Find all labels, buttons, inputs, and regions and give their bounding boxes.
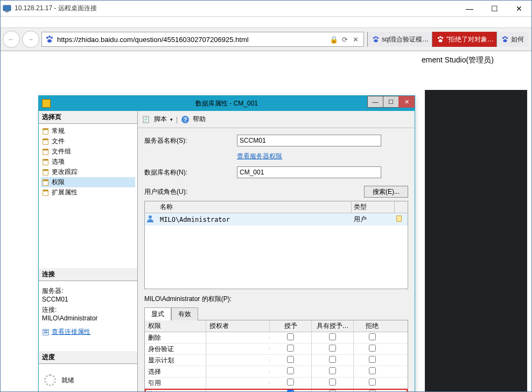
- svg-point-3: [51, 37, 53, 39]
- browser-tab[interactable]: 如何: [496, 32, 528, 47]
- withgrant-checkbox[interactable]: [329, 390, 336, 391]
- rdp-titlebar[interactable]: 10.128.21.17 - 远程桌面连接 — ☐ ✕: [1, 1, 531, 17]
- rdp-title: 10.128.21.17 - 远程桌面连接: [15, 4, 97, 13]
- grant-checkbox[interactable]: [287, 379, 294, 386]
- svg-point-17: [503, 39, 507, 42]
- permission-row[interactable]: 执行: [145, 389, 408, 391]
- svg-point-16: [504, 36, 506, 38]
- browser-toolbar: ← → https://zhidao.baidu.com/question/45…: [1, 17, 531, 51]
- database-icon: [42, 99, 51, 108]
- deny-checkbox[interactable]: [369, 367, 376, 374]
- browser-refresh-button[interactable]: ⟳: [340, 36, 349, 44]
- user-row[interactable]: MILO\Administrator用户: [145, 213, 408, 226]
- svg-point-5: [47, 39, 52, 43]
- browser-back-button[interactable]: ←: [3, 31, 20, 48]
- rdp-maximize-button[interactable]: ☐: [482, 1, 507, 16]
- grant-checkbox[interactable]: [287, 367, 294, 374]
- connection-value: MILO\Administrator: [42, 314, 134, 322]
- dialog-titlebar[interactable]: 数据库属性 - CM_001 — ☐ ✕: [39, 96, 415, 111]
- db-name-field[interactable]: [237, 166, 381, 178]
- dropdown-icon[interactable]: ▾: [170, 117, 173, 122]
- page-icon: [42, 148, 50, 156]
- browser-tab[interactable]: sql混合验证模…: [367, 32, 432, 47]
- page-icon: [42, 138, 50, 145]
- rdp-close-button[interactable]: ✕: [507, 1, 531, 16]
- dialog-toolbar: 脚本 ▾ | ? 帮助: [138, 111, 415, 128]
- paw-icon: [437, 36, 444, 43]
- withgrant-checkbox[interactable]: [329, 345, 336, 352]
- db-properties-dialog: 数据库属性 - CM_001 — ☐ ✕ 选择页 常规文件文件组选项更改跟踪权限…: [38, 95, 415, 391]
- users-roles-label: 用户或角色(U):: [144, 187, 364, 197]
- ssms-query-panel: [425, 90, 527, 391]
- rdp-minimize-button[interactable]: —: [457, 1, 482, 16]
- svg-point-13: [439, 39, 443, 42]
- permission-row[interactable]: 删除: [145, 332, 408, 344]
- deny-checkbox[interactable]: [369, 333, 376, 340]
- edit-icon[interactable]: [396, 215, 403, 222]
- perm-col-deny: 拒绝: [354, 320, 390, 332]
- grant-checkbox[interactable]: [287, 356, 294, 363]
- dialog-close-button[interactable]: ✕: [398, 96, 415, 108]
- svg-point-2: [46, 37, 48, 39]
- grant-checkbox[interactable]: [287, 390, 294, 391]
- svg-point-4: [48, 36, 51, 38]
- tab-explicit[interactable]: 显式: [144, 307, 171, 320]
- permission-row[interactable]: 身份验证: [145, 344, 408, 355]
- search-button[interactable]: 搜索(E)...: [364, 186, 408, 198]
- permission-row[interactable]: 引用: [145, 377, 408, 389]
- svg-text:?: ?: [184, 116, 187, 123]
- withgrant-checkbox[interactable]: [329, 367, 336, 374]
- svg-rect-23: [43, 149, 48, 150]
- svg-point-8: [375, 36, 377, 38]
- help-button[interactable]: 帮助: [193, 115, 206, 124]
- users-grid[interactable]: 名称 类型 MILO\Administrator用户: [144, 201, 408, 289]
- page-tree-item[interactable]: 选项: [41, 157, 135, 167]
- page-tree-item[interactable]: 文件组: [41, 146, 135, 157]
- grant-checkbox[interactable]: [287, 345, 294, 352]
- server-name-field[interactable]: [237, 135, 381, 146]
- deny-checkbox[interactable]: [369, 379, 376, 386]
- permissions-grid[interactable]: 权限 授权者 授予 具有授予… 拒绝 删除身份验证显示计划选择引用执行: [144, 320, 408, 391]
- url-text: https://zhidao.baidu.com/question/455160…: [57, 36, 249, 44]
- baidu-icon: [45, 35, 54, 44]
- users-col-type: 类型: [352, 201, 395, 213]
- spinner-icon: [44, 374, 56, 386]
- paw-icon: [372, 36, 380, 43]
- page-tree-item[interactable]: 文件: [41, 136, 135, 146]
- withgrant-checkbox[interactable]: [329, 333, 336, 340]
- remote-desktop-body: ement Studio(管理员) 数据库属性 - CM_001 — ☐ ✕ 选…: [1, 51, 531, 391]
- server-name-label: 服务器名称(S):: [144, 136, 237, 145]
- connection-info: 服务器: SCCM01 连接: MILO\Administrator 查看连接属…: [39, 281, 137, 351]
- view-connection-properties-link[interactable]: 查看连接属性: [42, 327, 134, 337]
- permission-row[interactable]: 显示计划: [145, 355, 408, 366]
- browser-forward-button[interactable]: →: [22, 31, 39, 48]
- deny-checkbox[interactable]: [369, 390, 376, 391]
- server-value: SCCM01: [42, 296, 134, 303]
- page-tree-item[interactable]: 权限: [41, 177, 135, 187]
- permission-row[interactable]: 选择: [145, 366, 408, 377]
- deny-checkbox[interactable]: [369, 345, 376, 352]
- lock-icon: 🔒: [329, 36, 339, 44]
- withgrant-checkbox[interactable]: [329, 356, 336, 363]
- grant-checkbox[interactable]: [287, 333, 294, 340]
- dialog-minimize-button[interactable]: —: [367, 96, 383, 108]
- connection-heading: 连接: [39, 268, 137, 281]
- svg-rect-31: [43, 190, 48, 191]
- browser-stop-button[interactable]: ✕: [351, 36, 360, 44]
- script-button[interactable]: 脚本: [154, 115, 167, 124]
- page-tree-item[interactable]: 常规: [41, 126, 135, 136]
- view-server-permissions-link[interactable]: 查看服务器权限: [237, 152, 282, 161]
- browser-tab[interactable]: "拒绝了对对象…: [432, 32, 496, 47]
- deny-checkbox[interactable]: [369, 356, 376, 363]
- svg-point-38: [149, 215, 152, 219]
- script-icon: [142, 115, 151, 124]
- page-tree-item[interactable]: 扩展属性: [41, 187, 135, 198]
- page-icon: [42, 128, 50, 135]
- dialog-maximize-button[interactable]: ☐: [383, 96, 399, 108]
- connection-label: 连接:: [42, 305, 134, 314]
- url-bar[interactable]: https://zhidao.baidu.com/question/455160…: [41, 32, 364, 47]
- tab-effective[interactable]: 有效: [171, 307, 198, 320]
- page-tree-item[interactable]: 更改跟踪: [41, 167, 135, 177]
- svg-rect-19: [43, 128, 48, 130]
- withgrant-checkbox[interactable]: [329, 379, 336, 386]
